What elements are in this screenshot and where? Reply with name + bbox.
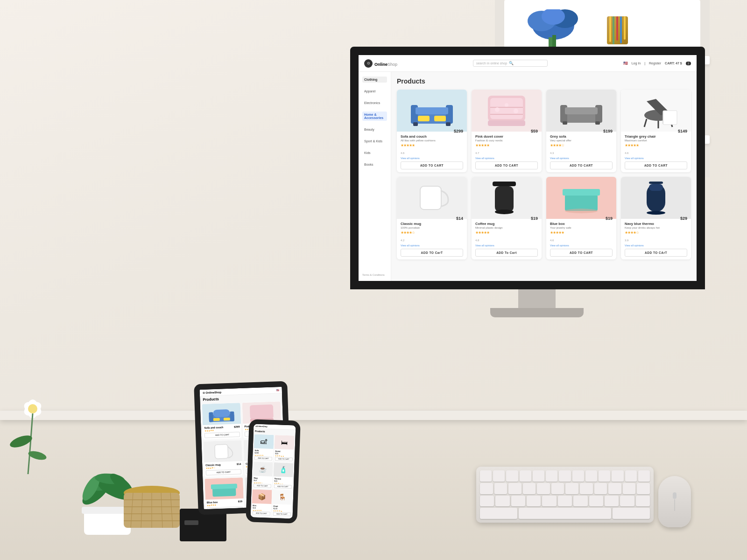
key [636, 496, 650, 507]
svg-rect-68 [495, 186, 514, 212]
logo-text: OnlineShop [374, 59, 397, 68]
register-link[interactable]: Register [649, 62, 661, 65]
view-all-box[interactable]: View all opinions [550, 244, 613, 247]
tablet-logo: ⊙ OnlineShop [203, 391, 222, 394]
phone-img-box: 📦 [252, 489, 272, 504]
add-to-cart-chair[interactable]: ADD TO CART [625, 161, 687, 169]
phone-screen: ⊙OnlineShop Products 🛋 Sofa $299 ★★★★★ A… [246, 419, 301, 524]
key [523, 483, 536, 494]
svg-rect-70 [565, 195, 598, 211]
sidebar-item-kids[interactable]: Kids [362, 150, 387, 156]
add-to-cart-grey-sofa[interactable]: ADD TO CART [550, 161, 613, 169]
tablet-img-mug [203, 440, 242, 462]
cart-info[interactable]: CART: 47 $ [665, 62, 682, 65]
view-all-grey-sofa[interactable]: View all opinions [550, 157, 613, 160]
product-name-coffee-mug: Coffee mug [475, 222, 503, 226]
phone-card-thermo: 🧴 Thermo $29 ★★★☆☆ ADD TO CART [273, 462, 294, 490]
tablet-add-to-cart-box[interactable]: ADD TO CART [207, 506, 242, 509]
product-stars-coffee-mug: ★★★★★ [475, 231, 538, 235]
add-to-cart-mug[interactable]: ADD TO CarT [401, 249, 463, 257]
sidebar-item-sports[interactable]: Sport & Kids [362, 138, 387, 144]
sidebar-item-books[interactable]: Books [362, 161, 387, 168]
view-all-duvet[interactable]: View all opinions [475, 157, 538, 160]
tablet-product-sofa: Sofa and couch $299 ★★★★★ ADD TO CART [202, 403, 242, 440]
key [565, 483, 578, 494]
search-icon[interactable]: 🔍 [509, 61, 514, 65]
view-all-mug[interactable]: View all opinions [401, 244, 463, 247]
product-rating-box: 4.6 [550, 239, 554, 242]
product-stars-thermo: ★★★★☆ [625, 231, 687, 235]
products-title: Products [397, 77, 691, 85]
key-spacebar [519, 508, 612, 519]
phone-info-chair: Chair $149 ★★★★★ ADD TO CART [272, 504, 292, 517]
view-all-sofa[interactable]: View all opinions [401, 157, 463, 160]
tablet-mug-price: $14 [237, 462, 241, 465]
add-to-cart-box[interactable]: ADD TO CART [550, 249, 613, 257]
tablet-card-info-mug: Classic mug $14 ★★★★☆ ADD TO CART [204, 461, 243, 477]
key-row-spacebar [480, 508, 650, 519]
key [559, 470, 571, 482]
add-to-cart-duvet[interactable]: ADD TO CART [475, 161, 538, 169]
products-grid: Sofa and couch All lilac with yellow cus… [397, 90, 691, 259]
add-to-cart-coffee-mug[interactable]: ADD To Cart [475, 249, 538, 257]
separator: | [644, 62, 645, 65]
svg-rect-8 [616, 16, 618, 41]
svg-rect-9 [620, 16, 622, 43]
tablet-box-stars: ★★★★★ [207, 503, 242, 507]
phone-img-mug: ☕ [253, 462, 273, 476]
view-all-coffee-mug[interactable]: View all opinions [475, 244, 538, 247]
key [605, 496, 619, 507]
phone-info-duvet: Duvet $59 ★★★★★ ADD TO CART [274, 449, 294, 462]
screen-content: ⊙ OnlineShop search in online shop 🔍 🇺🇸 … [359, 55, 697, 281]
phone-add-chair[interactable]: ADD TO CART [273, 512, 291, 516]
key [495, 496, 509, 507]
product-price-chair: $149 [678, 129, 687, 133]
phone-card-box: 📦 Box $19 ★★★★★ ADD TO CART [252, 489, 272, 516]
add-to-cart-thermo[interactable]: ADD TO CArT [625, 249, 687, 257]
phone-info-mug: Mug $14 ★★★★☆ ADD TO CART [253, 476, 273, 489]
tablet-card-info-sofa: Sofa and couch $299 ★★★★★ ADD TO CART [203, 424, 241, 440]
key-enter [613, 508, 650, 519]
key [480, 470, 492, 482]
logo-area: ⊙ OnlineShop [364, 59, 397, 68]
monitor: ⊙ OnlineShop search in online shop 🔍 🇺🇸 … [350, 47, 724, 317]
add-to-cart-sofa[interactable]: ADD TO CART [401, 161, 463, 169]
search-bar[interactable]: search in online shop 🔍 [473, 60, 548, 67]
phone-info-thermo: Thermo $29 ★★★☆☆ ADD TO CART [273, 476, 293, 490]
svg-rect-6 [609, 16, 611, 42]
tablet-card-info-box: Blue box $19 ★★★★★ ADD TO CART [205, 498, 244, 509]
product-image-chair [621, 90, 691, 132]
product-rating-sofa: 4.6 [401, 152, 404, 154]
view-all-chair[interactable]: View all opinions [625, 157, 687, 160]
phone-add-mug[interactable]: ADD TO CART [254, 484, 271, 488]
phone-add-box[interactable]: ADD TO CART [253, 511, 270, 516]
product-image-grey-sofa [546, 90, 616, 132]
phone-add-duvet[interactable]: ADD TO CART [275, 457, 293, 461]
sidebar-item-clothing[interactable]: Clothing [362, 77, 387, 83]
phone-add-thermo[interactable]: ADD TO CART [274, 484, 292, 489]
sidebar-item-home[interactable]: Home & Accessories [362, 112, 387, 121]
key [494, 483, 507, 494]
key [506, 470, 518, 482]
sidebar-item-apparel[interactable]: Apparel [362, 88, 387, 94]
tablet-box-price: $19 [238, 500, 242, 503]
login-link[interactable]: Log In [632, 62, 641, 65]
terms-link[interactable]: Terms & Conditions [362, 273, 387, 276]
product-desc-box: Your jewelry safe [550, 226, 571, 229]
sidebar-item-electronics[interactable]: Electronics [362, 100, 387, 106]
phone-img-sofa: 🛋 [254, 434, 274, 449]
view-all-thermo[interactable]: View all opinions [625, 244, 687, 247]
tablet-add-to-cart-sofa[interactable]: ADD TO CART [204, 432, 240, 438]
tablet-add-to-cart-mug[interactable]: ADD TO CART [206, 469, 241, 476]
product-name-sofa: Sofa and couch [401, 134, 436, 139]
product-desc-sofa: All lilac with yellow cushions [401, 139, 436, 142]
product-name-box: Blue box [550, 222, 571, 226]
key [480, 496, 494, 507]
sidebar-item-beauty[interactable]: Beauty [362, 126, 387, 133]
key [520, 470, 531, 482]
product-rating-mug: 4.2 [401, 239, 404, 242]
phone-info-box: Box $19 ★★★★★ ADD TO CART [252, 503, 272, 516]
product-stars-box: ★★★★★ [550, 231, 613, 235]
svg-rect-45 [446, 122, 451, 126]
phone-add-sofa[interactable]: ADD TO CART [254, 456, 272, 461]
